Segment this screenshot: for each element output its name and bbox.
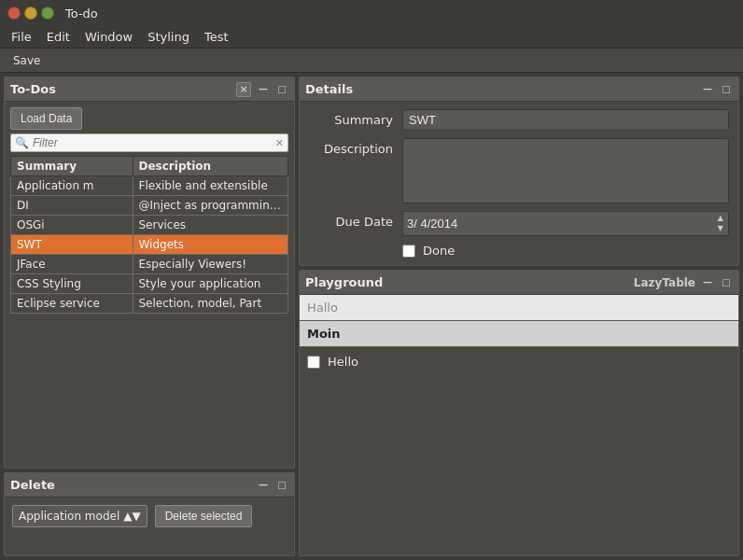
todo-description-cell: @Inject as programming mo	[133, 196, 288, 216]
todo-summary-cell: Eclipse service	[11, 294, 133, 314]
details-minimize-icon[interactable]: —	[701, 83, 714, 96]
summary-input[interactable]	[402, 109, 729, 131]
todo-summary-cell: DI	[11, 196, 133, 216]
done-checkbox[interactable]	[402, 245, 415, 258]
playground-panel: Playground LazyTable — □ Hallo Moin Hell…	[299, 270, 739, 556]
menu-styling[interactable]: Styling	[140, 28, 197, 46]
description-textarea[interactable]	[402, 138, 729, 203]
delete-content: Application model ▲▼ Delete selected	[5, 497, 294, 535]
right-panel: Details — □ Summary Description Due Date	[299, 77, 739, 556]
maximize-button[interactable]	[41, 7, 54, 20]
menubar: File Edit Window Styling Test	[0, 26, 743, 49]
save-button[interactable]: Save	[7, 52, 46, 69]
lazy-row-hallo: Hallo	[300, 295, 738, 321]
delete-combo[interactable]: Application model ▲▼	[12, 505, 147, 527]
filter-input[interactable]	[33, 136, 272, 149]
date-up-icon[interactable]: ▲	[717, 214, 724, 223]
delete-maximize-icon[interactable]: □	[275, 479, 288, 492]
delete-panel: Delete — □ Application model ▲▼ Delete s…	[4, 472, 295, 556]
due-date-input[interactable]	[407, 217, 717, 231]
done-label: Done	[423, 244, 455, 258]
table-row[interactable]: Application mFlexible and extensible	[11, 176, 288, 196]
load-data-button[interactable]: Load Data	[10, 107, 82, 130]
todos-content: Load Data 🔍 ✕ Summary Description Applic…	[5, 102, 294, 319]
filter-clear-icon[interactable]: ✕	[275, 137, 284, 149]
filter-row: 🔍 ✕	[10, 133, 288, 152]
delete-selected-button[interactable]: Delete selected	[155, 505, 253, 527]
details-panel-header: Details — □	[300, 77, 738, 102]
main-content: To-Dos × — □ Load Data 🔍 ✕ Summary Descr…	[0, 73, 743, 560]
delete-panel-header: Delete — □	[5, 473, 294, 497]
todo-description-cell: Especially Viewers!	[133, 255, 288, 274]
todos-minimize-icon[interactable]: —	[257, 83, 270, 96]
details-panel: Details — □ Summary Description Due Date	[299, 77, 739, 266]
combo-value: Application model	[19, 510, 119, 523]
toolbar: Save	[0, 49, 743, 73]
col-description: Description	[133, 157, 288, 176]
close-button[interactable]	[7, 7, 21, 20]
due-date-row: Due Date ▲ ▼	[309, 211, 729, 236]
todo-description-cell: Style your application	[133, 274, 288, 294]
playground-content: Hallo Moin Hello	[300, 295, 738, 376]
todos-maximize-icon[interactable]: □	[275, 83, 288, 96]
col-summary: Summary	[11, 157, 133, 176]
table-row[interactable]: DI@Inject as programming mo	[11, 196, 288, 216]
summary-row: Summary	[309, 109, 729, 131]
search-icon: 🔍	[15, 136, 29, 149]
todo-description-cell: Services	[133, 216, 288, 235]
todos-panel-header: To-Dos × — □	[5, 77, 294, 102]
combo-arrow-icon: ▲▼	[123, 510, 140, 523]
lazy-row-moin: Moin	[300, 321, 738, 347]
todo-table: Summary Description Application mFlexibl…	[10, 156, 288, 314]
todo-summary-cell: OSGi	[11, 216, 133, 235]
details-content: Summary Description Due Date ▲ ▼	[300, 102, 738, 265]
todo-summary-cell: CSS Styling	[11, 274, 133, 294]
titlebar: To-do	[0, 0, 743, 26]
due-date-input-wrap: ▲ ▼	[402, 211, 729, 236]
todo-description-cell: Selection, model, Part	[133, 294, 288, 314]
todo-summary-cell: Application m	[11, 176, 133, 196]
playground-maximize-icon[interactable]: □	[720, 276, 733, 289]
menu-test[interactable]: Test	[197, 28, 236, 46]
hello-label: Hello	[328, 355, 358, 369]
minimize-button[interactable]	[24, 7, 37, 20]
table-row[interactable]: CSS StylingStyle your application	[11, 274, 288, 294]
left-panel: To-Dos × — □ Load Data 🔍 ✕ Summary Descr…	[4, 77, 295, 556]
window-title: To-do	[65, 7, 98, 21]
todos-close-icon[interactable]: ×	[236, 82, 251, 97]
todo-summary-cell: JFace	[11, 255, 133, 274]
description-row: Description	[309, 138, 729, 203]
menu-file[interactable]: File	[4, 28, 39, 46]
date-spinner: ▲ ▼	[717, 214, 724, 233]
playground-minimize-icon[interactable]: —	[701, 276, 714, 289]
table-row[interactable]: JFaceEspecially Viewers!	[11, 255, 288, 274]
due-date-label: Due Date	[309, 211, 393, 229]
menu-window[interactable]: Window	[77, 28, 140, 46]
todo-summary-cell: SWT	[11, 235, 133, 255]
summary-label: Summary	[309, 109, 393, 127]
hello-row: Hello	[300, 347, 738, 376]
window-controls	[7, 7, 54, 20]
date-down-icon[interactable]: ▼	[717, 224, 724, 233]
delete-panel-title: Delete	[10, 478, 251, 492]
lazy-table: Hallo Moin	[300, 295, 738, 347]
delete-minimize-icon[interactable]: —	[257, 479, 270, 492]
todo-description-cell: Flexible and extensible	[133, 176, 288, 196]
details-maximize-icon[interactable]: □	[720, 83, 733, 96]
playground-tab[interactable]: LazyTable	[634, 276, 695, 289]
details-panel-title: Details	[305, 82, 695, 96]
todos-panel: To-Dos × — □ Load Data 🔍 ✕ Summary Descr…	[4, 77, 295, 469]
done-row: Done	[309, 244, 729, 258]
table-row[interactable]: OSGiServices	[11, 216, 288, 235]
table-row[interactable]: Eclipse serviceSelection, model, Part	[11, 294, 288, 314]
todos-panel-title: To-Dos	[10, 82, 231, 96]
table-row[interactable]: SWTWidgets	[11, 235, 288, 255]
playground-panel-title: Playground	[305, 275, 624, 289]
playground-panel-header: Playground LazyTable — □	[300, 271, 738, 295]
menu-edit[interactable]: Edit	[39, 28, 77, 46]
description-label: Description	[309, 138, 393, 156]
todo-description-cell: Widgets	[133, 235, 288, 255]
hello-checkbox[interactable]	[307, 356, 320, 369]
